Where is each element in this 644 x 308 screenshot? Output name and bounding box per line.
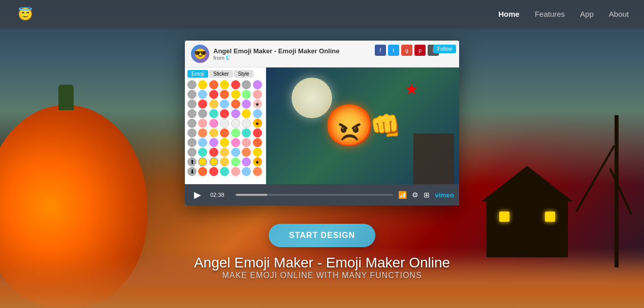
emoji-cell[interactable]: [220, 119, 229, 128]
emoji-cell[interactable]: [253, 80, 262, 89]
emoji-cell[interactable]: [253, 148, 262, 157]
emoji-cell[interactable]: [242, 90, 251, 99]
emoji-cell[interactable]: [198, 128, 207, 138]
follow-btn[interactable]: Follow: [433, 45, 456, 53]
emoji-cell[interactable]: [209, 167, 218, 176]
twitter-btn[interactable]: t: [388, 45, 399, 56]
emoji-cell[interactable]: [209, 90, 218, 99]
emoji-cell[interactable]: [220, 80, 229, 89]
nav-app[interactable]: App: [580, 10, 594, 18]
logo[interactable]: 😇: [15, 4, 36, 24]
emoji-cell[interactable]: [209, 119, 218, 128]
emoji-cell[interactable]: [242, 99, 251, 109]
emoji-cell[interactable]: [198, 90, 207, 99]
play-button[interactable]: ▶: [190, 187, 205, 202]
emoji-cell[interactable]: [231, 128, 240, 138]
emoji-cell[interactable]: [253, 90, 262, 99]
emoji-cell[interactable]: [198, 99, 207, 109]
emoji-cell[interactable]: [187, 138, 197, 147]
emoji-cell[interactable]: [242, 128, 251, 138]
emoji-cell[interactable]: [220, 148, 229, 157]
emoji-cell[interactable]: [220, 128, 229, 138]
cta-container: START DESIGN: [269, 224, 375, 247]
emoji-cell[interactable]: ★: [253, 157, 262, 166]
emoji-cell[interactable]: [253, 109, 262, 118]
pinterest-btn[interactable]: p: [414, 45, 426, 56]
volume-icon[interactable]: 📶: [398, 191, 407, 199]
emoji-grid: ★ ★: [187, 80, 263, 176]
emoji-cell[interactable]: [187, 119, 197, 128]
emoji-cell[interactable]: [198, 167, 207, 176]
emoji-cell[interactable]: [209, 99, 218, 109]
emoji-cell[interactable]: [253, 138, 262, 147]
tab-sticker[interactable]: Sticker: [209, 70, 233, 78]
fist-emoji-icon: 👊: [370, 111, 401, 141]
start-design-button[interactable]: START DESIGN: [269, 224, 375, 247]
emoji-cell[interactable]: [209, 138, 218, 147]
emoji-cell[interactable]: [242, 109, 251, 118]
emoji-cell[interactable]: [198, 148, 207, 157]
nav-features[interactable]: Features: [535, 10, 565, 18]
emoji-cell[interactable]: [220, 90, 229, 99]
emoji-cell[interactable]: [231, 90, 240, 99]
emoji-cell[interactable]: ⬆: [187, 157, 197, 166]
settings-icon[interactable]: ⚙: [412, 191, 418, 199]
emoji-cell[interactable]: [242, 119, 251, 128]
nav-home[interactable]: Home: [498, 10, 520, 18]
nav-about[interactable]: About: [609, 10, 629, 18]
emoji-cell[interactable]: [253, 167, 262, 176]
tab-emoji[interactable]: Emoji: [187, 70, 208, 78]
emoji-cell[interactable]: [198, 157, 207, 166]
emoji-cell[interactable]: [242, 80, 251, 89]
navbar: 😇 Home Features App About: [0, 0, 644, 28]
google-btn[interactable]: g: [401, 45, 412, 56]
emoji-cell[interactable]: [187, 148, 197, 157]
emoji-cell[interactable]: [209, 157, 218, 166]
emoji-cell[interactable]: [187, 99, 197, 109]
video-main: Emoji Sticker Style: [185, 67, 459, 184]
emoji-cell[interactable]: [231, 157, 240, 166]
emoji-cell[interactable]: [253, 128, 262, 138]
emoji-cell[interactable]: [220, 157, 229, 166]
emoji-cell[interactable]: ★: [253, 119, 262, 128]
hero-subtitle: MAKE EMOJI ONLINE WITH MANY FUNCTIONS: [194, 271, 450, 280]
emoji-cell[interactable]: ★: [253, 99, 262, 109]
fullscreen-icon[interactable]: ⊞: [424, 191, 430, 199]
emoji-cell[interactable]: [220, 167, 229, 176]
emoji-cell[interactable]: [231, 167, 240, 176]
house: [487, 196, 568, 257]
emoji-cell[interactable]: [231, 99, 240, 109]
emoji-cell[interactable]: [242, 138, 251, 147]
emoji-cell[interactable]: [198, 109, 207, 118]
emoji-cell[interactable]: [209, 148, 218, 157]
emoji-cell[interactable]: [209, 80, 218, 89]
emoji-cell[interactable]: [187, 109, 197, 118]
emoji-cell[interactable]: [198, 138, 207, 147]
emoji-cell[interactable]: [220, 99, 229, 109]
emoji-cell[interactable]: ⬇: [187, 167, 197, 176]
emoji-cell[interactable]: [231, 109, 240, 118]
facebook-btn[interactable]: f: [375, 45, 386, 56]
emoji-cell[interactable]: [220, 138, 229, 147]
star-overlay: ★: [405, 80, 418, 98]
emoji-cell[interactable]: [209, 128, 218, 138]
emoji-cell[interactable]: [242, 148, 251, 157]
emoji-cell[interactable]: [220, 109, 229, 118]
video-container: 😎 Angel Emoji Maker - Emoji Maker Online…: [185, 41, 459, 206]
emoji-cell[interactable]: [242, 167, 251, 176]
emoji-cell[interactable]: [231, 138, 240, 147]
progress-bar[interactable]: [236, 194, 393, 196]
emoji-cell[interactable]: [187, 128, 197, 138]
emoji-cell[interactable]: [231, 148, 240, 157]
emoji-cell[interactable]: [198, 119, 207, 128]
emoji-cell[interactable]: [187, 80, 197, 89]
emoji-cell[interactable]: [242, 157, 251, 166]
emoji-cell[interactable]: [187, 90, 197, 99]
emoji-cell[interactable]: [198, 80, 207, 89]
emoji-cell[interactable]: [209, 109, 218, 118]
video-title-text: Angel Emoji Maker - Emoji Maker Online: [213, 47, 340, 55]
emoji-panel: Emoji Sticker Style: [185, 67, 266, 184]
tab-style[interactable]: Style: [234, 70, 253, 78]
emoji-cell[interactable]: [231, 80, 240, 89]
emoji-cell[interactable]: [231, 119, 240, 128]
